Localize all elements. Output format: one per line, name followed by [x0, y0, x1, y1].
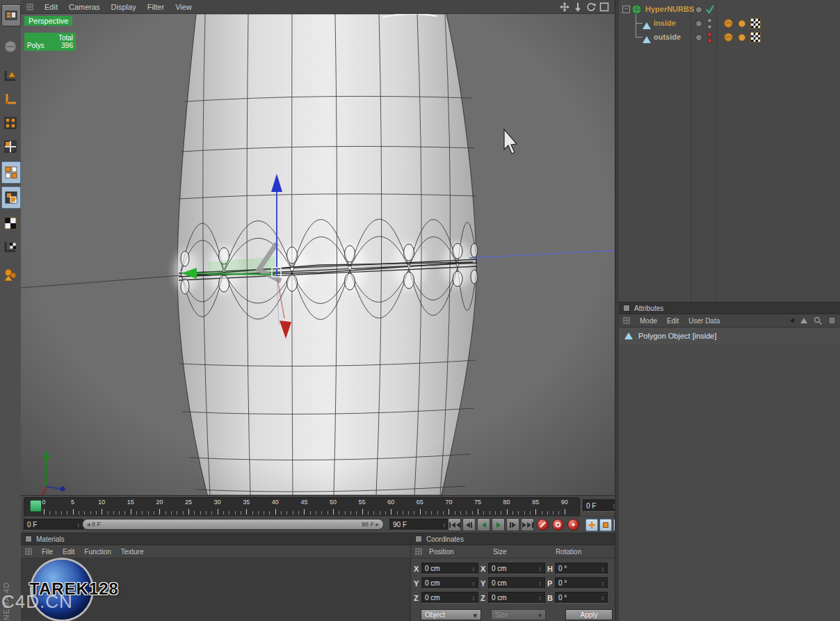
position-y-field[interactable]: 0 cm↕	[421, 577, 478, 589]
keyframe-selection-button[interactable]	[567, 519, 579, 531]
frame-range-slider[interactable]: ◂ 0 F 90 F ▸	[82, 519, 384, 530]
menubar-drag-handle-icon[interactable]	[623, 317, 630, 324]
size-x-field[interactable]: 0 cm↕	[488, 563, 545, 574]
ruler-tick	[501, 511, 501, 515]
ruler-tick	[200, 511, 201, 515]
viewport-menu-display[interactable]: Display	[111, 3, 136, 11]
maximize-view-icon[interactable]	[599, 2, 609, 12]
uvw-tag-icon[interactable]	[750, 32, 761, 42]
key-position-toggle[interactable]	[585, 519, 598, 531]
frame-field[interactable]: 0 F↕	[583, 499, 619, 512]
attributes-menu-edit[interactable]: Edit	[667, 317, 679, 325]
fold-icon[interactable]: −	[622, 6, 630, 13]
render-visibility-dot-bottom[interactable]	[707, 24, 712, 29]
ruler-tick	[380, 511, 380, 515]
size-mode-dropdown[interactable]: Size▾	[491, 609, 546, 620]
make-editable-icon[interactable]	[1, 36, 19, 57]
menubar-drag-handle-icon[interactable]	[415, 548, 422, 555]
texture-mode-icon[interactable]	[1, 186, 21, 209]
editor-visibility-dot[interactable]	[695, 34, 702, 41]
render-visibility-dot-bottom[interactable]	[707, 38, 712, 43]
camera-label[interactable]: Perspective	[24, 16, 72, 26]
size-y-field[interactable]: 0 cm↕	[488, 577, 545, 589]
texture-axis-mode-icon[interactable]	[1, 213, 19, 234]
record-keyframe-button[interactable]	[537, 519, 549, 531]
spinner-icon[interactable]: ↕	[443, 522, 446, 529]
ruler-tick	[478, 509, 478, 515]
autokey-button[interactable]	[552, 519, 564, 531]
up-arrow-icon[interactable]	[800, 318, 807, 323]
object-axis-mode-icon[interactable]	[1, 89, 19, 110]
search-icon[interactable]	[814, 316, 822, 325]
object-row-inside[interactable]: inside	[619, 18, 840, 31]
material-tag-icon[interactable]	[738, 19, 746, 28]
attributes-menu-mode[interactable]: Mode	[640, 317, 657, 325]
timeline-playhead[interactable]	[30, 500, 42, 512]
animation-mode-icon[interactable]	[1, 236, 19, 257]
ruler-tick	[293, 511, 293, 515]
materials-menu-texture[interactable]: Texture	[121, 548, 144, 556]
ruler-tick	[483, 511, 484, 515]
poly-stats: Total Polys 396	[24, 33, 76, 51]
render-visibility-dot-top[interactable]	[707, 18, 712, 23]
ruler-label: 25	[185, 499, 192, 506]
history-back-icon[interactable]	[790, 318, 794, 323]
viewport-menu-view[interactable]: View	[175, 3, 192, 11]
position-z-field[interactable]: 0 cm↕	[421, 592, 478, 604]
rotation-b-field[interactable]: 0 °↕	[555, 592, 608, 604]
ruler-tick	[553, 511, 554, 515]
materials-menu-function[interactable]: Function	[84, 548, 111, 556]
render-visibility-dot-top[interactable]	[707, 32, 712, 37]
object-name[interactable]: HyperNURBS	[645, 5, 694, 13]
object-name[interactable]: outside	[654, 33, 681, 41]
texture-tag-icon[interactable]	[723, 32, 734, 42]
edge-mode-icon[interactable]	[1, 136, 19, 157]
apply-button[interactable]: Apply	[565, 609, 613, 620]
texture-tag-icon[interactable]	[723, 18, 734, 29]
goto-end-button[interactable]	[521, 518, 534, 531]
attributes-menu-userdata[interactable]: User Data	[688, 317, 720, 325]
rotation-p-field[interactable]: 0 °↕	[555, 577, 608, 589]
layout-palette-icon[interactable]	[1, 4, 21, 26]
viewport-menu-edit[interactable]: Edit	[45, 3, 58, 11]
previous-frame-button[interactable]	[462, 518, 476, 531]
viewport-menu-cameras[interactable]: Cameras	[69, 3, 100, 11]
ruler-label: 75	[474, 499, 481, 506]
key-scale-toggle[interactable]	[599, 519, 612, 531]
ruler-tick	[177, 511, 177, 515]
enabled-checkmark-icon[interactable]	[705, 4, 715, 14]
kinematics-icon[interactable]	[1, 264, 19, 285]
size-z-field[interactable]: 0 cm↕	[488, 592, 545, 604]
editor-visibility-dot[interactable]	[695, 20, 702, 27]
current-frame-field[interactable]: 0 F↕	[24, 519, 83, 531]
spinner-icon[interactable]: ↕	[77, 522, 81, 529]
object-row-hypernurbs[interactable]: − HyperNURBS	[619, 4, 840, 17]
viewport-canvas[interactable]	[21, 0, 615, 495]
material-tag-icon[interactable]	[738, 33, 746, 42]
goto-start-button[interactable]	[448, 518, 461, 531]
pan-view-icon[interactable]	[560, 2, 570, 12]
polygon-mode-icon[interactable]	[1, 161, 21, 184]
uvw-tag-icon[interactable]	[750, 18, 761, 29]
snapshot-icon[interactable]	[828, 316, 836, 325]
editor-visibility-dot[interactable]	[695, 6, 702, 13]
play-forwards-button[interactable]	[492, 518, 505, 531]
menubar-drag-handle-icon[interactable]	[25, 548, 32, 555]
play-backwards-button[interactable]	[477, 518, 490, 531]
next-frame-button[interactable]	[506, 518, 519, 531]
zoom-view-icon[interactable]	[573, 2, 583, 12]
timeline-ruler[interactable]: 051015202530354045505560657075808590	[24, 497, 580, 517]
point-mode-icon[interactable]	[1, 113, 19, 134]
end-frame-field[interactable]: 90 F↕	[389, 519, 449, 531]
coordinate-mode-dropdown[interactable]: Object▾	[421, 609, 481, 620]
model-mode-icon[interactable]	[1, 65, 19, 86]
rotation-h-field[interactable]: 0 °↕	[555, 563, 608, 574]
rotate-view-icon[interactable]	[586, 2, 596, 12]
materials-menu-edit[interactable]: Edit	[63, 548, 74, 556]
viewport-menu-filter[interactable]: Filter	[147, 3, 164, 11]
materials-menu-file[interactable]: File	[42, 548, 53, 556]
menubar-drag-handle-icon[interactable]	[26, 3, 33, 10]
object-name[interactable]: inside	[654, 19, 676, 27]
object-row-outside[interactable]: outside	[619, 32, 840, 45]
position-x-field[interactable]: 0 cm↕	[421, 563, 478, 574]
